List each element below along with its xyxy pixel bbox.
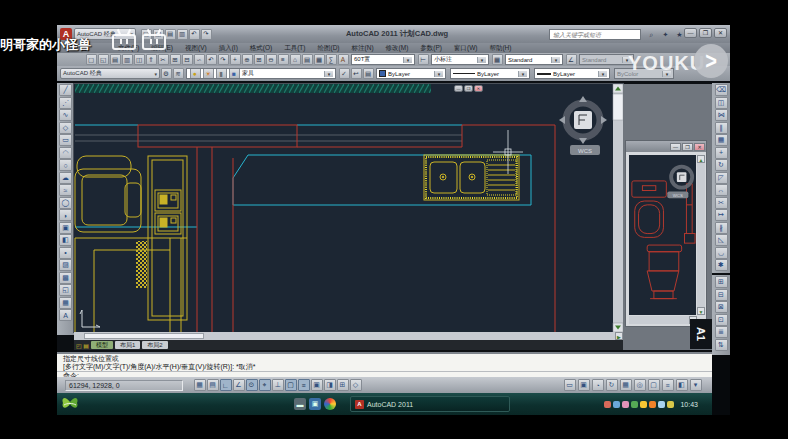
array-icon[interactable]: ▦: [715, 134, 728, 146]
start-button[interactable]: [61, 395, 79, 413]
sub-vscrollbar[interactable]: ▲ ▼: [697, 155, 705, 315]
secondary-drawing-window[interactable]: — ❐ ✕: [625, 140, 707, 327]
qat-redo-icon[interactable]: ↷: [201, 29, 212, 40]
redo-icon[interactable]: ↷: [218, 54, 229, 65]
ortho-toggle-icon[interactable]: ∟: [220, 379, 232, 391]
lwt-toggle-icon[interactable]: ≡: [298, 379, 310, 391]
osnap-toggle-icon[interactable]: ⊙: [246, 379, 258, 391]
rotate-icon[interactable]: ↻: [715, 159, 728, 171]
text-style-dropdown[interactable]: 60T置▾: [351, 54, 415, 65]
gradient-icon[interactable]: ▩: [59, 272, 72, 284]
model-space-viewport[interactable]: WCS — ❐ ✕: [74, 84, 623, 332]
arc-icon[interactable]: ◠: [59, 147, 72, 159]
trim-icon[interactable]: ✂: [715, 197, 728, 209]
quick-view-drawings-icon[interactable]: ◔: [592, 379, 604, 391]
clean-screen-icon[interactable]: ◧: [676, 379, 688, 391]
insert-block-icon[interactable]: ▣: [59, 222, 72, 234]
communication-center-icon[interactable]: ✦: [660, 29, 671, 40]
viewport-hscrollbar[interactable]: ▶: [74, 332, 623, 340]
layer-unlock-icon[interactable]: ▮: [216, 68, 227, 79]
ellipse-arc-icon[interactable]: ◗: [59, 209, 72, 221]
qp-toggle-icon[interactable]: ▣: [311, 379, 323, 391]
tray-app-icon[interactable]: [649, 401, 656, 408]
tool-palettes-icon[interactable]: ▤: [302, 54, 313, 65]
designcenter-icon[interactable]: ⌂: [290, 54, 301, 65]
steering-wheel-icon[interactable]: ↻: [606, 379, 618, 391]
toolbar-lock-icon[interactable]: ≡: [662, 379, 674, 391]
region-icon[interactable]: ◱: [59, 284, 72, 296]
cut-icon[interactable]: ✂: [158, 54, 169, 65]
text-front-icon[interactable]: ≣: [715, 326, 728, 338]
table-icon[interactable]: ▦: [59, 297, 72, 309]
tab-layout1[interactable]: 布局1: [115, 341, 140, 349]
menu-item[interactable]: 视图(V): [179, 44, 213, 53]
polyline-icon[interactable]: ∿: [59, 109, 72, 121]
sub-minimize-button[interactable]: —: [670, 143, 681, 151]
dim-style-dropdown[interactable]: 小标注▾: [431, 54, 489, 65]
sub-restore-button[interactable]: ❐: [682, 143, 693, 151]
command-window[interactable]: 指定尺寸线位置或 [多行文字(M)/文字(T)/角度(A)/水平(H)/垂直(V…: [57, 352, 712, 377]
scroll-right-icon[interactable]: ▶: [615, 332, 623, 340]
open-icon[interactable]: ◱: [98, 54, 109, 65]
dim-style-icon[interactable]: ⊢: [418, 54, 429, 65]
draworder-under-icon[interactable]: ⊡: [715, 314, 728, 326]
ellipse-icon[interactable]: ◯: [59, 197, 72, 209]
explode-icon[interactable]: ✱: [715, 259, 728, 271]
annotation-visibility-icon[interactable]: ▢: [648, 379, 660, 391]
menu-item[interactable]: 帮助(H): [483, 44, 517, 53]
sc-toggle-icon[interactable]: ◨: [324, 379, 336, 391]
save-icon[interactable]: ▤: [110, 54, 121, 65]
qat-plot-icon[interactable]: ▥: [177, 29, 188, 40]
ducs-toggle-icon[interactable]: ⊥: [272, 379, 284, 391]
hatch-back-icon[interactable]: ⇅: [715, 339, 728, 351]
menu-item[interactable]: 工具(T): [278, 44, 311, 53]
fillet-icon[interactable]: ◡: [715, 247, 728, 259]
status-menu-icon[interactable]: ▾: [690, 379, 702, 391]
browser-icon[interactable]: [324, 398, 336, 410]
zoom-previous-icon[interactable]: ⊖: [266, 54, 277, 65]
model-space-icon[interactable]: ▭: [564, 379, 576, 391]
new-icon[interactable]: ▢: [86, 54, 97, 65]
secondary-viewport[interactable]: WCS: [629, 155, 696, 315]
move-icon[interactable]: +: [715, 147, 728, 159]
doc-minimize-button[interactable]: —: [454, 85, 463, 92]
linetype-control-dropdown[interactable]: ByLayer▾: [450, 68, 530, 79]
menu-item[interactable]: 绘图(D): [312, 44, 346, 53]
snap-toggle-icon[interactable]: ▦: [194, 379, 206, 391]
menu-item[interactable]: 标注(N): [346, 44, 380, 53]
mleader-style-dropdown[interactable]: Standard▾: [579, 54, 634, 65]
sheet-set-manager-icon[interactable]: ▦: [314, 54, 325, 65]
menu-item[interactable]: 修改(M): [380, 44, 415, 53]
workspace-toggle-icon[interactable]: ◇: [350, 379, 362, 391]
tray-app-icon[interactable]: [631, 401, 638, 408]
qat-undo-icon[interactable]: ↶: [189, 29, 200, 40]
lineweight-control-dropdown[interactable]: ByLayer▾: [534, 68, 610, 79]
layer-states-icon[interactable]: ▤: [363, 68, 374, 79]
menu-item[interactable]: 窗口(W): [448, 44, 483, 53]
copy-clip-icon[interactable]: ⊞: [170, 54, 181, 65]
tray-app-icon[interactable]: [640, 401, 647, 408]
tab-model[interactable]: 模型: [91, 341, 113, 349]
extend-icon[interactable]: ↦: [715, 209, 728, 221]
point-icon[interactable]: •: [59, 247, 72, 259]
rectangle-icon[interactable]: ▭: [59, 134, 72, 146]
tray-app-icon[interactable]: [622, 401, 629, 408]
scroll-down-icon[interactable]: ▼: [697, 307, 705, 315]
stretch-icon[interactable]: ⇔: [715, 184, 728, 196]
mirror-icon[interactable]: ⋈: [715, 109, 728, 121]
revision-cloud-icon[interactable]: ☁: [59, 172, 72, 184]
explorer-icon[interactable]: ▣: [309, 398, 321, 410]
sub-hscrollbar[interactable]: ▶: [629, 316, 697, 324]
circle-icon[interactable]: ○: [59, 159, 72, 171]
publish-icon[interactable]: ⇑: [146, 54, 157, 65]
plot-preview-icon[interactable]: ◫: [134, 54, 145, 65]
break-icon[interactable]: ∦: [715, 222, 728, 234]
scale-icon[interactable]: ◸: [715, 172, 728, 184]
table-style-icon[interactable]: ▦: [492, 54, 503, 65]
copy-icon[interactable]: ◫: [715, 97, 728, 109]
menu-item[interactable]: 插入(I): [213, 44, 244, 53]
sub-close-button[interactable]: ✕: [694, 143, 705, 151]
layer-thaw-sun-icon[interactable]: ☀: [203, 68, 214, 79]
layer-on-bulb-icon[interactable]: ●: [190, 68, 201, 79]
minimize-button[interactable]: —: [684, 28, 697, 38]
